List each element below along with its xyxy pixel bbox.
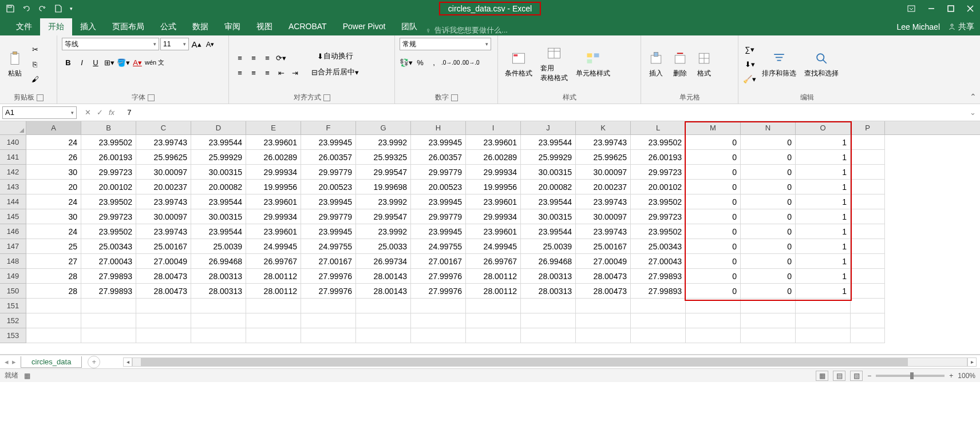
cell[interactable]: 27.99976 [301,284,356,299]
cell[interactable] [301,313,356,328]
scroll-left-icon[interactable]: ◂ [123,357,132,367]
format-table-button[interactable]: 套用 表格格式 [538,44,570,84]
number-format-select[interactable]: 常规▾ [400,38,491,50]
column-header[interactable]: G [356,121,411,134]
cell[interactable]: 23.99743 [576,224,631,239]
cell[interactable]: 26.99767 [246,254,301,269]
cell[interactable] [851,209,885,224]
cell[interactable] [851,224,885,239]
cell[interactable]: 1 [796,254,851,269]
macro-record-icon[interactable]: ▦ [24,372,30,380]
cell[interactable]: 28.00112 [246,269,301,284]
cell[interactable] [851,194,885,209]
cell[interactable] [81,328,136,343]
cell[interactable]: 26.99734 [356,254,411,269]
cell[interactable]: 24 [26,224,81,239]
cell[interactable]: 0 [741,209,796,224]
cell[interactable]: 26.99468 [191,254,246,269]
cell[interactable] [301,328,356,343]
cell[interactable]: 30.00097 [576,165,631,180]
cell[interactable] [301,299,356,313]
row-header[interactable]: 144 [0,194,26,209]
cell[interactable] [631,328,686,343]
cell[interactable]: 29.99934 [246,165,301,180]
cell[interactable]: 25.00343 [81,239,136,254]
cell[interactable] [741,313,796,328]
cell[interactable]: 28.00473 [136,284,191,299]
cell[interactable] [136,299,191,313]
cancel-icon[interactable]: ✕ [85,108,91,117]
cell[interactable]: 0 [686,165,741,180]
cell[interactable]: 20.00523 [411,180,466,194]
cell[interactable]: 1 [796,239,851,254]
cell[interactable] [411,313,466,328]
cell[interactable] [246,299,301,313]
paste-button[interactable]: 粘贴 [5,49,25,80]
tab-文件[interactable]: 文件 [8,18,40,35]
cell[interactable]: 30.00315 [191,165,246,180]
cell[interactable] [81,299,136,313]
tab-视图[interactable]: 视图 [248,18,280,35]
cell[interactable]: 1 [796,194,851,209]
cell[interactable]: 28.00313 [521,269,576,284]
cell[interactable] [246,328,301,343]
cell[interactable]: 0 [741,135,796,150]
cell[interactable]: 26.00289 [466,150,521,165]
cell[interactable] [851,299,885,313]
save-icon[interactable] [6,4,15,13]
cell[interactable] [851,254,885,269]
cell[interactable]: 24.99945 [246,239,301,254]
cell[interactable] [26,299,81,313]
orientation-icon[interactable]: ⟳▾ [275,51,287,64]
tab-团队[interactable]: 团队 [393,18,425,35]
redo-icon[interactable] [38,4,47,13]
column-header[interactable]: J [521,121,576,134]
row-header[interactable]: 147 [0,239,26,254]
align-top-icon[interactable]: ≡ [234,51,246,64]
cell[interactable]: 26.00289 [246,150,301,165]
cell[interactable]: 23.99945 [301,224,356,239]
cell[interactable]: 25.0039 [191,239,246,254]
cell[interactable]: 30.00315 [521,209,576,224]
format-cells-button[interactable]: 格式 [694,49,714,80]
cell[interactable]: 0 [741,224,796,239]
cell[interactable]: 23.99601 [246,135,301,150]
cell[interactable] [796,328,851,343]
sheet-tab[interactable]: circles_data [21,356,82,368]
cell[interactable]: 25.0039 [521,239,576,254]
cell[interactable]: 0 [686,239,741,254]
cell[interactable]: 23.99544 [521,194,576,209]
cell[interactable] [466,328,521,343]
cell[interactable]: 1 [796,209,851,224]
zoom-out-icon[interactable]: − [867,372,871,380]
font-launcher[interactable] [148,94,155,101]
cell[interactable]: 30.00097 [136,209,191,224]
cell[interactable] [851,284,885,299]
decrease-font-icon[interactable]: A▾ [204,38,216,50]
maximize-icon[interactable] [947,5,955,13]
cell[interactable]: 23.99502 [81,194,136,209]
column-header[interactable]: D [191,121,246,134]
cell[interactable] [851,313,885,328]
cell[interactable]: 28.00473 [576,284,631,299]
tab-审阅[interactable]: 审阅 [216,18,248,35]
find-select-button[interactable]: 查找和选择 [802,49,841,80]
sheet-nav-last-icon[interactable]: ▸ [12,357,16,366]
cell[interactable]: 25.99929 [521,150,576,165]
number-launcher[interactable] [451,94,458,101]
cell[interactable]: 23.99601 [246,194,301,209]
share-button[interactable]: 共享 [948,22,974,32]
tab-开始[interactable]: 开始 [40,18,72,35]
close-icon[interactable] [966,5,974,13]
cell[interactable]: 23.99945 [411,194,466,209]
cell[interactable]: 20.00082 [521,180,576,194]
cell[interactable]: 0 [741,194,796,209]
cell[interactable]: 23.99544 [191,224,246,239]
cell[interactable] [136,313,191,328]
clipboard-launcher[interactable] [37,94,44,101]
align-middle-icon[interactable]: ≡ [247,51,260,64]
increase-indent-icon[interactable]: ⇥ [289,66,301,79]
border-icon[interactable]: ⊞▾ [103,56,116,69]
cell[interactable]: 0 [686,194,741,209]
align-right-icon[interactable]: ≡ [261,66,274,79]
